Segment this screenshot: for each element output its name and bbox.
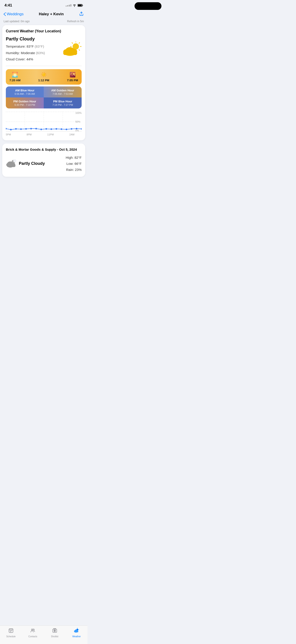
temperature-row: Temperature: 83°F (83°F) [6,43,45,50]
venue-stats: High: 82°F Low: 66°F Rain: 23% [66,154,82,173]
partly-cloudy-icon [61,42,82,57]
humidity-row: Humidity: Moderate (63%) [6,50,45,56]
current-weather-card: Current Weather (Your Location) Partly C… [2,25,85,140]
svg-point-35 [71,128,72,130]
pm-hour-band-row: PM Golden Hour 6:30 PM - 7:18 PM PM Blue… [6,98,82,108]
chart-svg [6,112,82,132]
status-time: 4:41 [4,3,12,8]
scroll-content: Current Weather (Your Location) Partly C… [0,25,87,199]
sub-header: Last updated: 0m ago Refresh in 5m [0,19,87,25]
precipitation-chart: 100% 50% 0% 5PM 8PM 11PM 2AM [6,112,82,136]
status-bar: 4:41 [0,0,87,10]
signal-icon [66,4,71,6]
svg-line-7 [72,43,73,43]
svg-point-34 [66,128,67,130]
pm-blue-hour: PM Blue Hour 7:18 PM - 7:27 PM [44,98,82,108]
am-hour-band-row: AM Blue Hour 6:56 AM - 7:06 AM AM Golden… [6,86,82,98]
sunset-item: 🌇 7:05 PM [67,72,78,82]
divider [6,66,82,66]
svg-rect-44 [7,164,15,167]
svg-point-26 [25,128,27,130]
share-button[interactable] [79,11,84,17]
weather-main: Partly Cloudy Temperature: 83°F (83°F) H… [6,36,82,63]
sunrise-icon: 🌅 [12,72,18,78]
solar-noon-item: ☀️ 1:12 PM [38,72,49,82]
cloud-cover-row: Cloud Cover: 44% [6,56,45,63]
chart-y-labels: 100% 50% 0% [74,112,82,132]
nav-bar: Weddings Haley + Kevin [0,10,87,19]
svg-point-33 [61,128,62,130]
cloud-moon-icon [6,159,16,168]
back-label: Weddings [7,12,23,16]
venue-title: Brick & Mortar Goods & Supply - Oct 5, 2… [6,148,82,151]
sun-bar: 🌅 7:20 AM ☀️ 1:12 PM 🌇 7:05 PM [6,69,82,85]
solar-noon-time: 1:12 PM [38,78,49,82]
battery-icon [78,4,83,7]
svg-point-30 [45,128,47,130]
svg-rect-15 [63,52,77,55]
svg-line-10 [79,50,80,50]
svg-point-31 [51,128,52,130]
hour-bands: AM Blue Hour 6:56 AM - 7:06 AM AM Golden… [6,86,82,108]
refresh-info: Refresh in 5m [67,20,84,23]
sunset-time: 7:05 PM [67,78,78,82]
weather-condition: Partly Cloudy [6,36,45,42]
solar-noon-icon: ☀️ [41,72,47,78]
page-title: Haley + Kevin [39,12,64,16]
pm-golden-hour: PM Golden Hour 6:30 PM - 7:18 PM [6,98,44,108]
sunrise-item: 🌅 7:20 AM [9,72,20,82]
sunset-icon: 🌇 [70,72,76,78]
svg-point-32 [56,128,57,130]
svg-point-28 [35,128,37,129]
status-icons [66,4,83,7]
chart-x-labels: 5PM 8PM 11PM 2AM [6,133,82,136]
svg-rect-1 [78,5,82,6]
weather-details: Temperature: 83°F (83°F) Humidity: Moder… [6,43,45,63]
svg-point-27 [30,128,32,129]
current-weather-title: Current Weather (Your Location) [6,29,82,33]
svg-point-23 [10,129,12,130]
am-blue-hour: AM Blue Hour 6:56 AM - 7:06 AM [6,86,44,98]
last-updated: Last updated: 0m ago [3,20,30,23]
am-golden-hour: AM Golden Hour 7:06 AM - 7:53 AM [44,86,82,98]
svg-point-29 [40,128,42,130]
venue-weather-row: Partly Cloudy High: 82°F Low: 66°F Rain:… [6,154,82,173]
svg-point-24 [15,128,17,130]
svg-line-8 [79,43,80,43]
svg-point-22 [6,128,6,129]
svg-point-25 [20,128,22,130]
svg-point-39 [13,159,16,162]
venue-weather-card: Brick & Mortar Goods & Supply - Oct 5, 2… [2,144,85,177]
sun-timeline: 🌅 7:20 AM ☀️ 1:12 PM 🌇 7:05 PM [6,69,82,85]
venue-condition: Partly Cloudy [6,159,45,168]
back-button[interactable]: Weddings [3,12,23,16]
sunrise-time: 7:20 AM [9,78,20,82]
wifi-icon [73,4,76,7]
